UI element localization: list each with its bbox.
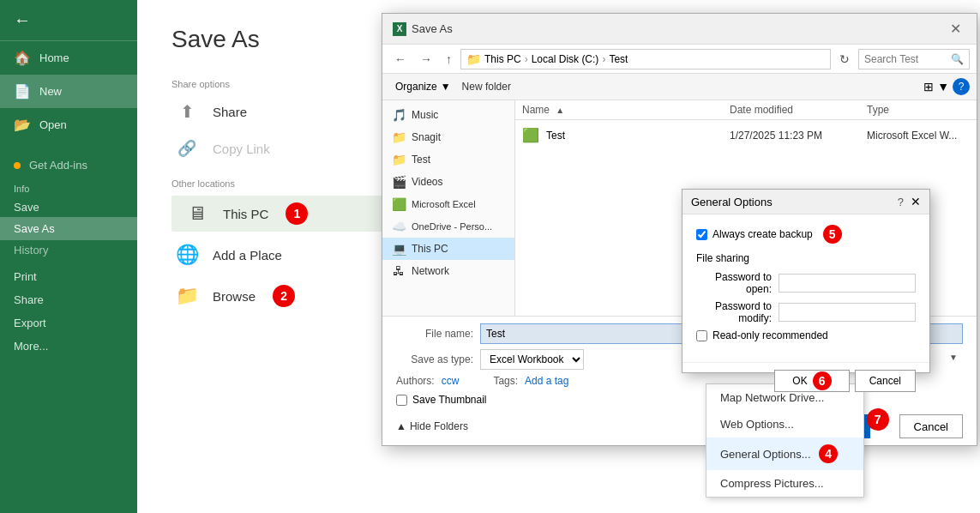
nav-back-button[interactable]: ← bbox=[389, 50, 412, 69]
dialog-close-button[interactable]: ✕ bbox=[945, 19, 966, 39]
ok-label: OK bbox=[792, 375, 807, 387]
password-modify-input[interactable] bbox=[779, 303, 916, 322]
breadcrumb-folder-icon: 📁 bbox=[466, 52, 481, 66]
new-icon: 📄 bbox=[14, 83, 31, 100]
go-cancel-button[interactable]: Cancel bbox=[855, 370, 916, 392]
left-snagit-label: Snagit bbox=[412, 131, 441, 143]
info-label[interactable]: Info bbox=[0, 180, 137, 197]
add-tag-link[interactable]: Add a tag bbox=[525, 375, 568, 387]
authors-label: Authors: bbox=[396, 375, 435, 387]
help-button[interactable]: ? bbox=[953, 78, 970, 95]
menu-compress[interactable]: Compress Pictures... bbox=[706, 470, 863, 497]
readonly-checkbox[interactable] bbox=[696, 330, 707, 341]
sidebar-item-addins[interactable]: Get Add-ins bbox=[0, 150, 137, 180]
menu-general-options[interactable]: General Options... 4 bbox=[706, 438, 863, 470]
nav-up-button[interactable]: ↑ bbox=[441, 50, 457, 69]
left-music[interactable]: 🎵 Music bbox=[382, 104, 514, 126]
sidebar-item-export[interactable]: Export bbox=[0, 311, 137, 335]
dialog-content-toolbar: Organize ▼ New folder ⊞ ▼ ? bbox=[382, 74, 977, 100]
breadcrumb-this-pc: This PC bbox=[484, 53, 521, 65]
copy-link-label: Copy Link bbox=[213, 142, 270, 156]
browse-icon: 📁 bbox=[171, 285, 202, 307]
go-ok-button[interactable]: OK 6 bbox=[774, 370, 849, 392]
globe-icon: 🌐 bbox=[171, 244, 202, 266]
left-this-pc[interactable]: 💻 This PC bbox=[382, 238, 514, 260]
excel-file-icon: 🟩 bbox=[522, 127, 539, 143]
menu-web-options[interactable]: Web Options... bbox=[706, 411, 863, 438]
dialog-title: Save As bbox=[412, 22, 453, 35]
go-body: Always create backup 5 File sharing Pass… bbox=[682, 214, 929, 362]
badge-7: 7 bbox=[867, 408, 889, 431]
this-pc-nav-icon: 💻 bbox=[391, 242, 406, 256]
this-pc-icon: 🖥 bbox=[182, 202, 213, 225]
organize-arrow: ▼ bbox=[441, 81, 451, 93]
gen-options-label: General Options... bbox=[720, 448, 811, 461]
cancel-button[interactable]: Cancel bbox=[899, 414, 963, 438]
sidebar-item-save[interactable]: Save bbox=[0, 197, 137, 217]
left-snagit[interactable]: 📁 Snagit bbox=[382, 126, 514, 148]
new-folder-button[interactable]: New folder bbox=[457, 78, 516, 95]
dialog-titlebar: X Save As ✕ bbox=[382, 14, 977, 45]
sidebar-item-open[interactable]: 📂 Open bbox=[0, 108, 137, 142]
col-type-header: Type bbox=[867, 104, 970, 116]
search-icon: 🔍 bbox=[951, 53, 964, 65]
hide-folders-button[interactable]: ▲ Hide Folders bbox=[396, 420, 715, 432]
sidebar-item-save-as[interactable]: Save As bbox=[0, 217, 137, 240]
left-network[interactable]: 🖧 Network bbox=[382, 260, 514, 282]
readonly-row: Read-only recommended bbox=[696, 329, 916, 341]
left-test-label: Test bbox=[412, 154, 430, 166]
filetype-label: Save as type: bbox=[396, 353, 473, 365]
go-help-button[interactable]: ? bbox=[898, 196, 904, 208]
search-box[interactable]: 🔍 bbox=[858, 49, 970, 69]
organize-button[interactable]: Organize ▼ bbox=[389, 77, 457, 96]
sidebar-item-new[interactable]: 📄 New bbox=[0, 75, 137, 108]
table-row[interactable]: 🟩 Test 1/27/2025 11:23 PM Microsoft Exce… bbox=[515, 122, 977, 148]
back-button[interactable]: ← bbox=[0, 0, 137, 41]
share-icon: ⬆ bbox=[171, 101, 202, 122]
breadcrumb-bar[interactable]: 📁 This PC › Local Disk (C:) › Test bbox=[460, 49, 831, 69]
col-name-header[interactable]: Name ▲ bbox=[522, 104, 730, 116]
left-msexcel[interactable]: 🟩 Microsoft Excel bbox=[382, 193, 514, 215]
left-onedrive-label: OneDrive - Perso... bbox=[412, 221, 492, 232]
readonly-label: Read-only recommended bbox=[712, 329, 828, 341]
thumbnail-checkbox[interactable] bbox=[396, 395, 407, 406]
password-open-label: Password to open: bbox=[696, 271, 779, 295]
dialog-toolbar: ← → ↑ 📁 This PC › Local Disk (C:) › Test… bbox=[382, 45, 977, 74]
excel-icon: X bbox=[393, 22, 406, 36]
col-date-header[interactable]: Date modified bbox=[730, 104, 867, 116]
badge-2: 2 bbox=[273, 285, 295, 307]
sidebar: ← 🏠 Home 📄 New 📂 Open Get Add-ins Info S… bbox=[0, 0, 137, 513]
open-label: Open bbox=[39, 118, 67, 131]
network-icon: 🖧 bbox=[391, 264, 406, 278]
sidebar-item-more[interactable]: More... bbox=[0, 335, 137, 358]
sidebar-item-print[interactable]: Print bbox=[0, 265, 137, 288]
authors-link[interactable]: ccw bbox=[442, 375, 460, 387]
go-title: General Options bbox=[691, 196, 773, 208]
backup-label: Always create backup bbox=[712, 228, 813, 240]
left-onedrive[interactable]: ☁️ OneDrive - Perso... bbox=[382, 215, 514, 238]
go-close-button[interactable]: ✕ bbox=[911, 195, 921, 208]
sidebar-item-home[interactable]: 🏠 Home bbox=[0, 41, 137, 75]
password-open-input[interactable] bbox=[779, 274, 916, 293]
left-test[interactable]: 📁 Test bbox=[382, 148, 514, 171]
backup-checkbox[interactable] bbox=[696, 229, 707, 240]
left-videos-label: Videos bbox=[412, 176, 442, 188]
nav-forward-button[interactable]: → bbox=[415, 50, 437, 69]
refresh-button[interactable]: ↻ bbox=[834, 50, 855, 69]
filetype-select[interactable]: Excel Workbook bbox=[480, 349, 584, 370]
left-msexcel-label: Microsoft Excel bbox=[412, 199, 476, 209]
view-options: ⊞ ▼ bbox=[920, 78, 953, 95]
sidebar-item-share[interactable]: Share bbox=[0, 288, 137, 311]
search-input[interactable] bbox=[864, 53, 951, 65]
badge-6: 6 bbox=[813, 371, 832, 390]
left-videos[interactable]: 🎬 Videos bbox=[382, 171, 514, 193]
dot-icon bbox=[14, 162, 21, 169]
new-label: New bbox=[39, 85, 62, 98]
left-this-pc-label: This PC bbox=[412, 243, 448, 255]
password-modify-label: Password to modify: bbox=[696, 300, 779, 324]
add-place-label: Add a Place bbox=[213, 248, 282, 263]
filename-label: File name: bbox=[396, 328, 473, 340]
dialog-actions: ▲ Hide Folders Tools ▼ 3 Save 7 Cancel bbox=[396, 414, 963, 438]
sidebar-item-history[interactable]: History bbox=[0, 240, 137, 260]
view-toggle-button[interactable]: ⊞ ▼ bbox=[920, 78, 953, 95]
